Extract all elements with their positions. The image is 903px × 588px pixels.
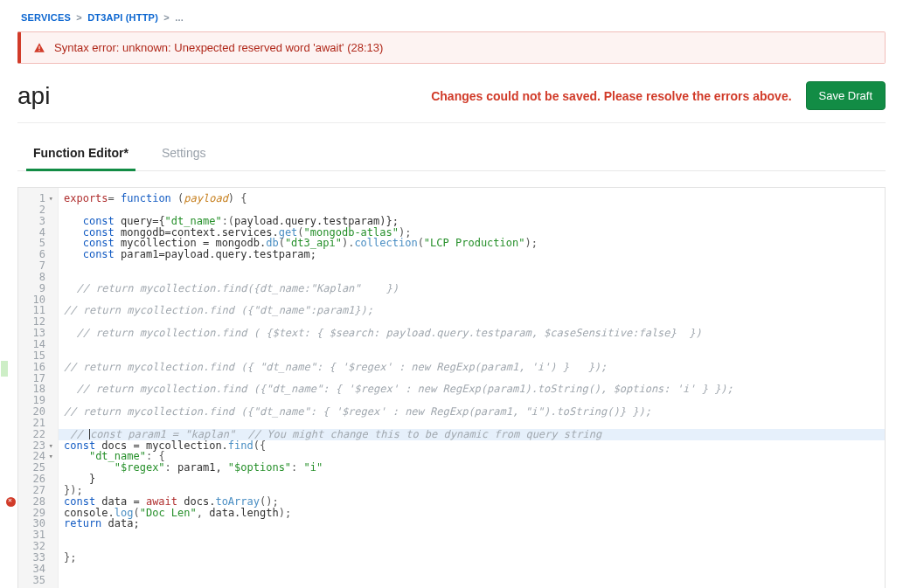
code-line[interactable]: // return mycollection.find ( {$text: { … <box>64 328 885 339</box>
line-number: 14 <box>18 339 54 350</box>
line-number: 2 <box>18 204 54 216</box>
line-number: 9 <box>18 283 54 294</box>
line-number: 20 <box>18 406 54 418</box>
save-draft-button[interactable]: Save Draft <box>806 81 886 110</box>
code-line[interactable]: // return mycollection.find ({"dt_name":… <box>64 384 885 395</box>
code-line[interactable]: const docs = mycollection.find({ <box>64 440 885 452</box>
code-line[interactable]: return data; <box>64 518 885 529</box>
warning-icon <box>33 42 45 54</box>
code-line[interactable] <box>64 339 885 350</box>
tab-function-editor[interactable]: Function Editor* <box>33 146 129 170</box>
code-editor[interactable]: 1▾234567891011121314151617181920212223▾2… <box>17 187 886 588</box>
code-line[interactable] <box>64 575 885 586</box>
code-line[interactable]: const param1=payload.query.testparam; <box>64 249 885 260</box>
tabs: Function Editor* Settings <box>17 123 886 171</box>
line-number: 33 <box>18 552 54 564</box>
breadcrumb-sep: > <box>161 12 172 23</box>
code-line[interactable]: exports= function (payload) { <box>64 193 885 204</box>
line-number: 22 <box>18 429 54 440</box>
breadcrumb-sep: > <box>73 12 85 23</box>
code-line[interactable]: "$regex": param1, "$options": "i" <box>64 462 885 474</box>
line-number: 1▾ <box>18 193 54 204</box>
breadcrumb-item-services[interactable]: SERVICES <box>21 12 71 23</box>
tab-settings[interactable]: Settings <box>162 146 206 170</box>
breadcrumb-item-service[interactable]: DT3API (HTTP) <box>87 12 158 23</box>
svg-rect-1 <box>38 50 39 51</box>
code-line[interactable] <box>64 564 885 575</box>
fold-icon[interactable]: ▾ <box>49 193 53 204</box>
error-alert-text: Syntax error: unknown: Unexpected reserv… <box>54 41 383 54</box>
line-gutter: 1▾234567891011121314151617181920212223▾2… <box>18 188 59 588</box>
line-number: 34 <box>18 564 54 575</box>
line-number: 15 <box>18 350 54 362</box>
line-number: 21 <box>18 418 54 429</box>
svg-rect-0 <box>38 45 39 49</box>
error-alert: Syntax error: unknown: Unexpected reserv… <box>17 31 886 64</box>
line-number: 5 <box>18 238 54 249</box>
line-number: 16 <box>18 362 54 373</box>
page-title: api <box>17 82 50 110</box>
line-number: 8 <box>18 272 54 283</box>
breadcrumb: SERVICES > DT3API (HTTP) > ... <box>17 7 886 31</box>
code-line[interactable] <box>64 529 885 541</box>
breadcrumb-ellipsis: ... <box>175 12 184 23</box>
line-number: 6 <box>18 249 54 260</box>
code-line[interactable]: }; <box>64 552 885 564</box>
code-lines[interactable]: exports= function (payload) { const quer… <box>59 188 885 588</box>
editor-change-marker <box>1 361 8 377</box>
code-line[interactable]: // return mycollection.find ({"dt_name":… <box>64 406 885 418</box>
line-number: 35 <box>18 575 54 586</box>
fold-icon[interactable]: ▾ <box>49 451 53 462</box>
line-number: 28 <box>18 496 54 508</box>
code-line[interactable]: console.log("Doc Len", data.length); <box>64 508 885 519</box>
code-line[interactable] <box>64 541 885 552</box>
line-number: 7 <box>18 260 54 272</box>
code-line[interactable]: // return mycollection.find ({ "dt_name"… <box>64 362 885 373</box>
code-line[interactable]: // return mycollection.find({dt_name:"Ka… <box>64 283 885 294</box>
line-number: 26 <box>18 474 54 485</box>
line-number: 3 <box>18 216 54 227</box>
code-line[interactable] <box>64 260 885 272</box>
line-number: 4 <box>18 227 54 239</box>
save-error-message: Changes could not be saved. Please resol… <box>431 89 791 103</box>
code-line[interactable]: } <box>64 474 885 485</box>
code-line[interactable]: // return mycollection.find ({"dt_name":… <box>64 305 885 316</box>
fold-icon[interactable]: ▾ <box>49 440 53 452</box>
line-number: 27 <box>18 485 54 496</box>
